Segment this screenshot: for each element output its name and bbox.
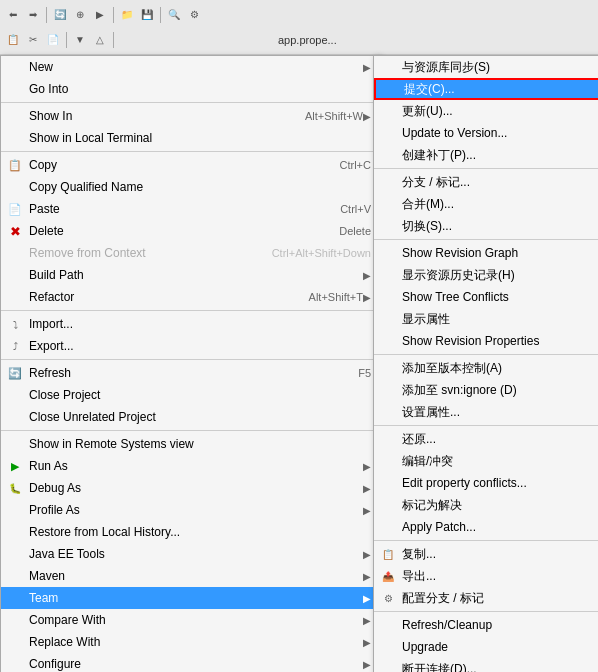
submenu-item-disconnect[interactable]: 断开连接(D)...: [374, 658, 598, 672]
sep-2: [1, 151, 379, 152]
menu-item-restore-history[interactable]: Restore from Local History...: [1, 521, 379, 543]
menu-item-export[interactable]: ⤴ Export...: [1, 335, 379, 357]
menu-item-replace-with[interactable]: Replace With ▶: [1, 631, 379, 653]
copy-icon: 📋: [5, 157, 25, 173]
toolbar-btn-4[interactable]: ⊕: [71, 6, 89, 24]
toolbar-btn-5[interactable]: ▶: [91, 6, 109, 24]
toolbar-btn-13[interactable]: ▼: [71, 31, 89, 49]
menu-item-paste[interactable]: 📄 Paste Ctrl+V: [1, 198, 379, 220]
submenu-item-svn-ignore[interactable]: 添加至 svn:ignore (D): [374, 379, 598, 401]
toolbar-btn-8[interactable]: 🔍: [165, 6, 183, 24]
menu-item-team[interactable]: Team ▶: [1, 587, 379, 609]
menu-item-debug-as[interactable]: 🐛 Debug As ▶: [1, 477, 379, 499]
submenu-item-mark-resolved[interactable]: 标记为解决: [374, 494, 598, 516]
submenu-item-sync-repo[interactable]: 与资源库同步(S): [374, 56, 598, 78]
sep-1: [1, 102, 379, 103]
arrow-icon-new: ▶: [363, 62, 371, 73]
toolbar-btn-7[interactable]: 💾: [138, 6, 156, 24]
toolbar-btn-1[interactable]: ⬅: [4, 6, 22, 24]
toolbar-sep-5: [113, 32, 114, 48]
right-submenu-team: 与资源库同步(S) 提交(C)... 更新(U)... Update to Ve…: [373, 55, 598, 672]
submenu-item-merge[interactable]: 合并(M)...: [374, 193, 598, 215]
sep-5: [1, 430, 379, 431]
import-icon: ⤵: [5, 316, 25, 332]
arrow-icon-configure: ▶: [363, 659, 371, 670]
arrow-icon-refactor: ▶: [363, 292, 371, 303]
rsep-1: [374, 168, 598, 169]
submenu-item-update-to-version[interactable]: Update to Version...: [374, 122, 598, 144]
submenu-item-revision-props[interactable]: Show Revision Properties: [374, 330, 598, 352]
toolbar-btn-12[interactable]: 📄: [44, 31, 62, 49]
menu-item-remove-context[interactable]: Remove from Context Ctrl+Alt+Shift+Down: [1, 242, 379, 264]
menu-item-build-path[interactable]: Build Path ▶: [1, 264, 379, 286]
run-icon: ▶: [5, 458, 25, 474]
arrow-icon-profile-as: ▶: [363, 505, 371, 516]
menu-item-close-project[interactable]: Close Project: [1, 384, 379, 406]
menu-item-show-remote[interactable]: Show in Remote Systems view: [1, 433, 379, 455]
submenu-item-switch[interactable]: 切换(S)...: [374, 215, 598, 237]
submenu-item-create-patch[interactable]: 创建补丁(P)...: [374, 144, 598, 166]
submenu-item-apply-patch[interactable]: Apply Patch...: [374, 516, 598, 538]
file-tab: app.prope...: [278, 34, 337, 46]
submenu-item-edit-prop-conflicts[interactable]: Edit property conflicts...: [374, 472, 598, 494]
submenu-item-upgrade[interactable]: Upgrade: [374, 636, 598, 658]
toolbar-btn-14[interactable]: △: [91, 31, 109, 49]
toolbar-btn-3[interactable]: 🔄: [51, 6, 69, 24]
export-icon: ⤴: [5, 338, 25, 354]
toolbar-btn-2[interactable]: ➡: [24, 6, 42, 24]
menu-item-show-local-terminal[interactable]: Show in Local Terminal: [1, 127, 379, 149]
menu-item-show-in[interactable]: Show In Alt+Shift+W ▶: [1, 105, 379, 127]
menu-item-maven[interactable]: Maven ▶: [1, 565, 379, 587]
submenu-item-show-props[interactable]: 显示属性: [374, 308, 598, 330]
debug-icon: 🐛: [5, 480, 25, 496]
toolbar: ⬅ ➡ 🔄 ⊕ ▶ 📁 💾 🔍 ⚙ 📋 ✂ 📄 ▼ △ app.prope...: [0, 0, 598, 55]
submenu-item-refresh-cleanup[interactable]: Refresh/Cleanup: [374, 614, 598, 636]
submenu-item-set-props[interactable]: 设置属性...: [374, 401, 598, 423]
menu-item-new[interactable]: New ▶: [1, 56, 379, 78]
submenu-item-revert[interactable]: 还原...: [374, 428, 598, 450]
arrow-icon-compare-with: ▶: [363, 615, 371, 626]
submenu-item-edit-conflicts[interactable]: 编辑/冲突: [374, 450, 598, 472]
config-branch-icon: ⚙: [378, 590, 398, 606]
rsep-6: [374, 611, 598, 612]
menu-item-import[interactable]: ⤵ Import...: [1, 313, 379, 335]
submenu-item-copy2[interactable]: 📋 复制...: [374, 543, 598, 565]
menu-item-run-as[interactable]: ▶ Run As ▶: [1, 455, 379, 477]
menu-item-refactor[interactable]: Refactor Alt+Shift+T ▶: [1, 286, 379, 308]
arrow-icon-maven: ▶: [363, 571, 371, 582]
menu-item-copy-qualified[interactable]: Copy Qualified Name: [1, 176, 379, 198]
toolbar-btn-9[interactable]: ⚙: [185, 6, 203, 24]
arrow-icon-java-ee: ▶: [363, 549, 371, 560]
submenu-item-revision-graph[interactable]: Show Revision Graph: [374, 242, 598, 264]
menu-item-configure[interactable]: Configure ▶: [1, 653, 379, 672]
context-menu-area: New ▶ Go Into Show In Alt+Shift+W ▶ Show…: [0, 55, 598, 672]
submenu-item-update[interactable]: 更新(U)...: [374, 100, 598, 122]
copy2-icon: 📋: [378, 546, 398, 562]
toolbar-row-2: 📋 ✂ 📄 ▼ △ app.prope...: [4, 28, 594, 52]
arrow-icon-build-path: ▶: [363, 270, 371, 281]
submenu-item-commit[interactable]: 提交(C)...: [374, 78, 598, 100]
arrow-icon-team: ▶: [363, 593, 371, 604]
toolbar-btn-11[interactable]: ✂: [24, 31, 42, 49]
arrow-icon-debug-as: ▶: [363, 483, 371, 494]
menu-item-compare-with[interactable]: Compare With ▶: [1, 609, 379, 631]
menu-item-close-unrelated[interactable]: Close Unrelated Project: [1, 406, 379, 428]
delete-icon: ✖: [5, 223, 25, 239]
arrow-icon-run-as: ▶: [363, 461, 371, 472]
submenu-item-export[interactable]: 📤 导出...: [374, 565, 598, 587]
menu-item-refresh[interactable]: 🔄 Refresh F5: [1, 362, 379, 384]
submenu-item-branch-tag[interactable]: 分支 / 标记...: [374, 171, 598, 193]
toolbar-btn-10[interactable]: 📋: [4, 31, 22, 49]
rsep-4: [374, 425, 598, 426]
submenu-item-show-history[interactable]: 显示资源历史记录(H): [374, 264, 598, 286]
toolbar-btn-6[interactable]: 📁: [118, 6, 136, 24]
menu-item-profile-as[interactable]: Profile As ▶: [1, 499, 379, 521]
menu-item-delete[interactable]: ✖ Delete Delete: [1, 220, 379, 242]
submenu-item-config-branch[interactable]: ⚙ 配置分支 / 标记: [374, 587, 598, 609]
menu-item-copy[interactable]: 📋 Copy Ctrl+C: [1, 154, 379, 176]
menu-item-go-into[interactable]: Go Into: [1, 78, 379, 100]
menu-item-java-ee-tools[interactable]: Java EE Tools ▶: [1, 543, 379, 565]
submenu-item-tree-conflicts[interactable]: Show Tree Conflicts: [374, 286, 598, 308]
sep-4: [1, 359, 379, 360]
submenu-item-add-vc[interactable]: 添加至版本控制(A): [374, 357, 598, 379]
